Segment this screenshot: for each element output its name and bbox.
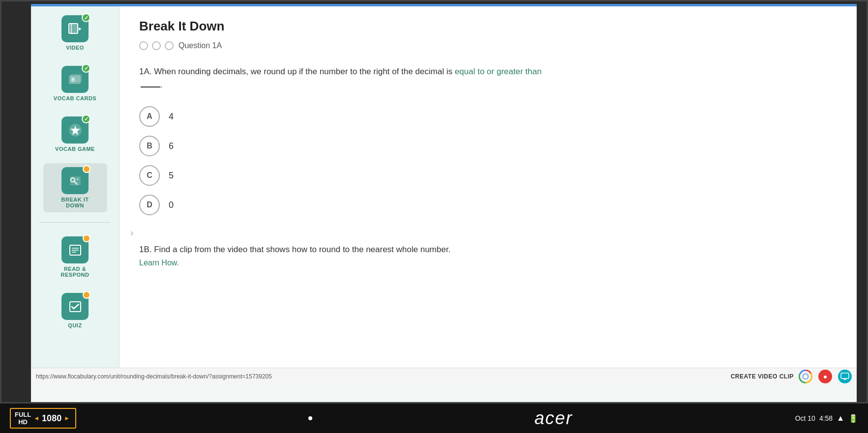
next-arrow[interactable]: › bbox=[124, 225, 139, 240]
sidebar-separator bbox=[40, 222, 110, 223]
option-letter-b: B bbox=[147, 142, 152, 150]
progress-circle-2 bbox=[152, 41, 161, 50]
option-value-c: 5 bbox=[169, 171, 174, 181]
question-1a-label: Question 1A bbox=[179, 41, 222, 50]
answer-option-b[interactable]: B 6 bbox=[139, 136, 837, 156]
main-content: Break It Down Question 1A 1A. When round… bbox=[120, 6, 857, 385]
tray-date: Oct 10 bbox=[795, 414, 815, 422]
highlight-green: equal to or greater than bbox=[455, 67, 542, 76]
chrome-icon[interactable] bbox=[799, 370, 812, 383]
option-circle-a: A bbox=[139, 106, 160, 127]
svg-rect-21 bbox=[841, 373, 849, 378]
wifi-icon: ▲ bbox=[837, 414, 844, 423]
video-complete-badge: ✓ bbox=[82, 13, 90, 22]
blank-line bbox=[141, 87, 160, 87]
vocab-game-complete-badge: ✓ bbox=[82, 115, 90, 123]
progress-circles bbox=[139, 41, 174, 50]
sidebar-item-break-it-down[interactable]: + BREAK ITDOWN bbox=[43, 163, 107, 212]
sidebar-video-label: VIDEO bbox=[66, 45, 84, 51]
sidebar-vocab-game-label: VOCAB GAME bbox=[55, 146, 95, 152]
question-1b: 1B. Find a clip from the video that show… bbox=[139, 245, 837, 267]
sidebar-item-video[interactable]: ✓ VIDEO bbox=[43, 11, 107, 55]
browser-icons: ● bbox=[799, 370, 852, 383]
question-progress: Question 1A bbox=[139, 41, 837, 50]
question-1b-text: 1B. Find a clip from the video that show… bbox=[139, 245, 837, 255]
progress-circle-1 bbox=[139, 41, 148, 50]
page-title: Break It Down bbox=[139, 19, 837, 34]
learn-how-link[interactable]: Learn How. bbox=[139, 259, 179, 267]
svg-marker-3 bbox=[79, 28, 82, 30]
tray-time: 4:58 bbox=[819, 414, 833, 422]
resolution-label: 1080 bbox=[42, 413, 61, 424]
sidebar-read-respond-label: READ &RESPOND bbox=[61, 266, 90, 278]
create-video-clip-label[interactable]: CREATE VIDEO CLIP bbox=[731, 373, 794, 380]
url-display: https://www.flocabulary.com/unit/roundin… bbox=[36, 373, 726, 380]
progress-circle-3 bbox=[165, 41, 174, 50]
svg-text:+: + bbox=[76, 177, 79, 182]
sidebar-item-vocab-cards[interactable]: B ✓ VOCAB CARDS bbox=[43, 62, 107, 105]
read-respond-badge bbox=[83, 234, 90, 242]
option-circle-d: D bbox=[139, 195, 160, 215]
system-tray: Oct 10 4:58 ▲ 🔋 bbox=[795, 414, 858, 423]
taskbar: FULL HD ◄ 1080 ► acer Oct 10 4:58 ▲ 🔋 bbox=[0, 404, 868, 433]
option-circle-c: C bbox=[139, 165, 160, 186]
answer-option-c[interactable]: C 5 bbox=[139, 165, 837, 186]
sidebar: ✓ VIDEO B ✓ VOCAB CARDS bbox=[31, 6, 120, 385]
monitor-icon[interactable] bbox=[838, 370, 852, 383]
answer-options: A 4 B 6 C 5 bbox=[139, 106, 837, 215]
question-1a-text: 1A. When rounding decimals, we round up … bbox=[139, 65, 582, 91]
browser-bar: https://www.flocabulary.com/unit/roundin… bbox=[31, 368, 857, 385]
vocab-cards-complete-badge: ✓ bbox=[82, 64, 90, 73]
sidebar-item-read-respond[interactable]: READ &RESPOND bbox=[43, 232, 107, 282]
sidebar-item-quiz[interactable]: QUIZ bbox=[43, 289, 107, 332]
option-letter-d: D bbox=[147, 201, 152, 209]
battery-icon: 🔋 bbox=[848, 414, 858, 423]
notification-icon[interactable]: ● bbox=[818, 370, 832, 383]
quiz-badge bbox=[83, 291, 90, 299]
sidebar-vocab-cards-label: VOCAB CARDS bbox=[54, 95, 96, 101]
sidebar-item-vocab-game[interactable]: ✓ VOCAB GAME bbox=[43, 113, 107, 156]
sidebar-break-it-down-label: BREAK ITDOWN bbox=[61, 197, 89, 208]
svg-text:B: B bbox=[71, 77, 75, 83]
option-value-d: 0 bbox=[169, 200, 174, 210]
option-value-b: 6 bbox=[169, 141, 174, 151]
option-letter-a: A bbox=[147, 112, 152, 121]
taskbar-center bbox=[299, 416, 312, 420]
taskbar-dot bbox=[308, 416, 312, 420]
acer-logo: acer bbox=[535, 408, 573, 429]
option-letter-c: C bbox=[147, 171, 152, 180]
answer-option-d[interactable]: D 0 bbox=[139, 195, 837, 215]
option-value-a: 4 bbox=[169, 112, 174, 122]
fullhd-badge: FULL HD ◄ 1080 ► bbox=[10, 408, 76, 429]
sidebar-quiz-label: QUIZ bbox=[68, 322, 82, 328]
break-it-down-badge bbox=[83, 165, 90, 173]
svg-rect-0 bbox=[69, 24, 78, 33]
answer-option-a[interactable]: A 4 bbox=[139, 106, 837, 127]
hd-label: HD bbox=[18, 418, 28, 426]
system-tray-top: Oct 10 4:58 ▲ 🔋 bbox=[795, 414, 858, 423]
svg-point-20 bbox=[804, 375, 808, 379]
option-circle-b: B bbox=[139, 136, 160, 156]
full-label: FULL bbox=[15, 411, 31, 418]
